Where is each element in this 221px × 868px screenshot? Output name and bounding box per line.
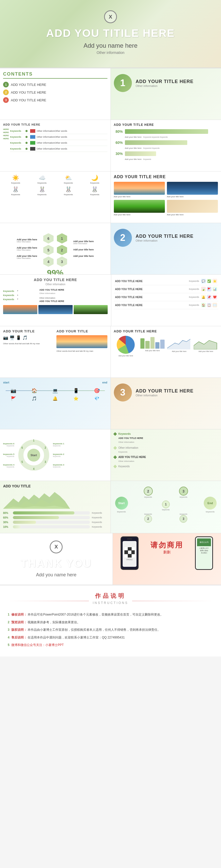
instr-label-2: 预览说明： [11, 620, 27, 624]
kw-text-2: Other information [37, 136, 54, 138]
section3-num: 3 [114, 383, 132, 402]
line-col: Add your title here [167, 338, 191, 356]
weather-rabbit2: 🐰 Keywords [29, 186, 54, 196]
ayt-col-1: ADD YOUR TITLE 📷 🖥️ 📱 🎵 Other words And … [3, 329, 54, 352]
ayt-img [57, 335, 107, 348]
info-img-2 [38, 305, 73, 314]
instructions-sub-title: INSTRUCTIONS [93, 601, 128, 605]
kw-here-1: HERE [3, 128, 9, 130]
journey-num-b2: 3 [180, 515, 187, 523]
tl-pc-icon: 💻 [52, 388, 58, 394]
rabbit-icon-2: 🐰 [29, 186, 54, 193]
row-timeline-section3: start end 📷 🏠 💻 📱 [0, 378, 221, 429]
journey-center-node: 1 keywords [131, 500, 201, 510]
ayt-icon-pc: 🖥️ [9, 335, 15, 340]
prog-bar-1 [13, 512, 74, 515]
icon-grid: 📊 [213, 287, 217, 291]
line-chart-svg [167, 338, 191, 349]
rabbit-icon-3: 🐰 [56, 186, 81, 193]
weather-moon: 🌙 Keywords [82, 175, 107, 184]
kw-row-1: Keywords Other information Other words [10, 128, 107, 134]
ty-logo: X [50, 540, 63, 553]
progress-row-3: 30% Keywords [3, 521, 107, 524]
bar-pct-3: 30% [114, 152, 123, 156]
table-row-4: ADD YOU TITLE HERE Keywords 🏠 📋 ✉️ [114, 301, 219, 309]
kw-text-1: Other information [37, 130, 54, 132]
kw-row-4: Keywords Other information Other words [10, 146, 107, 152]
prog-pct-1: 80% [3, 512, 11, 515]
kw-words-3: Other words [54, 142, 67, 144]
tl-icon-1: 📷 [10, 388, 16, 394]
hex-1: 1 [57, 234, 67, 244]
bar-text-3: Add your title here Keywords [125, 158, 218, 160]
weather-kw-4: Keywords [82, 182, 107, 184]
pie-chart [117, 336, 135, 354]
title-slide: X ADD YOU TITILE HERE Add you name here … [0, 0, 221, 68]
instructions-section: 作品说明 INSTRUCTIONS 1 修改说明： 本作品可在PowerPoin… [0, 585, 221, 656]
diamond-icon-3 [113, 455, 117, 459]
landscape-title: ADD YOUR TITLE HERE [114, 175, 218, 179]
journey-num-1: 1 [162, 500, 170, 508]
weather-rabbit3: 🐰 Keywords [56, 186, 81, 196]
row-info-table: ADD YOU TITLE HERE Other information Key… [0, 275, 221, 326]
instr-label-1: 修改说明： [11, 613, 27, 616]
qr-label: 扫码关注 [124, 559, 135, 561]
weather-slide: ☀️ Keywords ☁️ Keywords ⛅ Keywords 🌙 Key… [0, 172, 111, 223]
journey-layout: Start keywords 2 keywords 3 keywords [114, 484, 218, 525]
timeline-row2: 🚩 🎵 🔔 ⭐ 💎 [3, 395, 107, 402]
kw-here-2: HERE [3, 131, 9, 133]
watermark-center: 请勿商用 删删 [146, 536, 187, 555]
weather-kw-3: Keywords [56, 182, 81, 184]
stat-label-mr: Add your title here [73, 248, 94, 251]
bar-col: Add your title here [140, 336, 164, 356]
row-icons-2: 🍃 🚩 📊 [201, 287, 217, 291]
contents-num-3: 3 [3, 97, 9, 103]
kw-diamond-list: Keywords ADD YOU TITLE HERE Other inform… [114, 432, 218, 468]
prog-kw-3: Keywords [92, 521, 107, 524]
journey-node-bottom1: keywords 2 [144, 513, 152, 523]
journey-node-bottom2: keywords 3 [180, 513, 187, 523]
table-slide: ADD YOU TITLE HERE Keywords 💬 ✅ ⭐ ADD YO… [111, 275, 221, 326]
tl-cam-icon: 📷 [10, 388, 16, 394]
hex-3: 3 [57, 256, 67, 267]
svg-text:6: 6 [22, 446, 23, 449]
sun-icon: ☀️ [3, 175, 28, 181]
bar-text-2: Add your title here Keywords Keywords [125, 147, 218, 149]
kw-row-3: Keywords Other information Other words [10, 140, 107, 146]
kw-info-slide: Keywords ADD YOU TITLE HERE Other inform… [111, 429, 221, 481]
partly-icon: ⛅ [56, 175, 81, 181]
icon-heart: ❤️ [213, 295, 217, 300]
instr-num-3: 3 [8, 628, 9, 631]
contents-label-1: ADD YOU TITLE HERE [11, 83, 46, 87]
table-title-3: ADD YOU TITLE HERE [115, 296, 187, 299]
phone-frame-2: 微信公众号 小薯博士PPT 微博 & 微信 关注我们 [195, 536, 213, 570]
ayt-icon-music: 🎵 [23, 335, 28, 340]
prog-bar-wrap-1 [13, 512, 90, 515]
rabbit-icon-4: 🐰 [82, 186, 107, 193]
kw-dia-label-4: Keywords [118, 465, 130, 468]
weather-grid-top: ☀️ Keywords ☁️ Keywords ⛅ Keywords 🌙 Key… [3, 175, 107, 184]
stat-label-bl: Add your title here Other Information [17, 255, 37, 259]
kw-words-4: Other words [54, 148, 67, 150]
instructions-main-title: 作品说明 [93, 592, 128, 600]
kw-text-3: Other information [37, 142, 54, 144]
cycle-svg: 1 2 3 4 5 6 Start [18, 438, 49, 472]
section1-text: ADD YOUR TITLE HERE Other information [136, 79, 194, 87]
kw-dia-title-3: ADD YOU TITLE HERE [118, 456, 146, 459]
prog-bar-wrap-2 [13, 516, 90, 519]
landscape-item-1: Add your title here [114, 182, 165, 198]
weather-kw-7: Keywords [56, 193, 81, 196]
phone-content-2: 小薯博士PPT 微博 & 微信 关注我们 [197, 546, 211, 555]
prog-bar-wrap-4 [13, 525, 90, 528]
instr-text-1: 本作品可在PowerPoint2007-2016进行各个元素修改，音频效果设置在… [28, 613, 163, 616]
section2-header: 2 ADD YOUR TITLE HERE Other information [114, 226, 218, 249]
cycle-kw-4: keywords 4 keywords [3, 464, 14, 468]
weather-kw-6: Keywords [29, 193, 54, 196]
main-title: ADD YOU TITILE HERE [46, 27, 175, 39]
row-ayt-charts: ADD YOUR TITLE 📷 🖥️ 📱 🎵 Other words And … [0, 326, 221, 378]
progress-slide: ADD YOU TITLE 80% Keywords 60% Keywords [0, 481, 111, 533]
kw-icon-2 [30, 135, 35, 139]
icon-house: 🏠 [201, 303, 206, 307]
landscape-label-2: Add your title here [167, 195, 218, 198]
contents-item-2: 2 ADD YOU TITLE HERE [3, 90, 107, 95]
